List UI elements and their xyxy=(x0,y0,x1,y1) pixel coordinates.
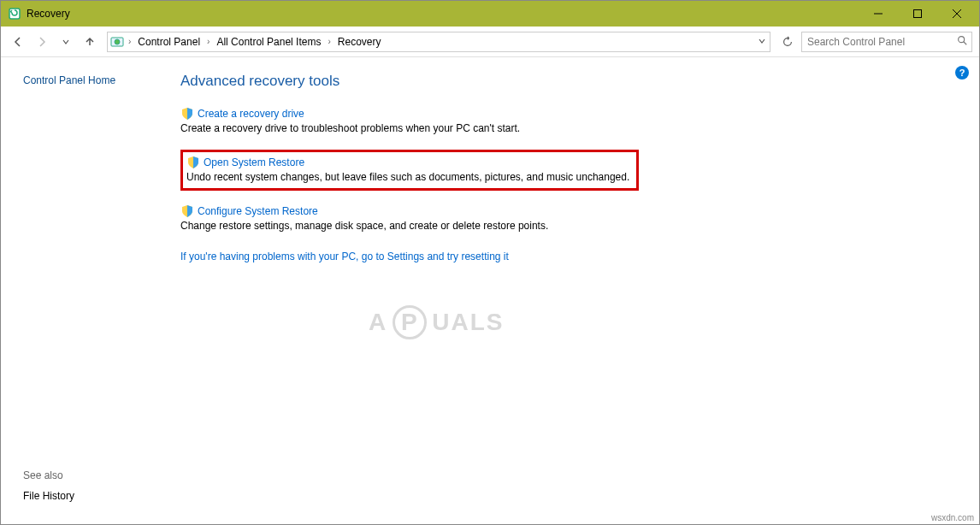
close-button[interactable] xyxy=(940,1,979,27)
see-also-heading: See also xyxy=(23,469,74,481)
tool-open-system-restore: Open System Restore Undo recent system c… xyxy=(180,150,639,191)
breadcrumb-dropdown[interactable] xyxy=(758,36,766,48)
tool-configure-system-restore: Configure System Restore Change restore … xyxy=(180,203,945,235)
titlebar: Recovery xyxy=(1,1,979,27)
tool-create-recovery-drive: Create a recovery drive Create a recover… xyxy=(180,105,945,138)
maximize-button[interactable] xyxy=(900,1,940,27)
sidebar: Control Panel Home See also File History xyxy=(1,57,180,524)
shield-icon xyxy=(186,156,200,169)
svg-point-4 xyxy=(959,37,965,43)
forward-button[interactable] xyxy=(32,32,52,52)
recent-locations-dropdown[interactable] xyxy=(56,32,76,52)
refresh-button[interactable] xyxy=(777,32,798,52)
back-button[interactable] xyxy=(8,32,28,52)
file-history-link[interactable]: File History xyxy=(23,490,74,502)
page-title: Advanced recovery tools xyxy=(180,73,945,90)
chevron-right-icon: › xyxy=(326,37,332,46)
minimize-button[interactable] xyxy=(861,1,900,27)
chevron-right-icon: › xyxy=(205,37,211,46)
attribution-text: wsxdn.com xyxy=(931,513,974,522)
up-button[interactable] xyxy=(80,32,100,52)
breadcrumb-item[interactable]: Control Panel xyxy=(133,32,205,51)
breadcrumb-item[interactable]: Recovery xyxy=(333,32,387,51)
control-panel-home-link[interactable]: Control Panel Home xyxy=(23,74,115,86)
search-icon xyxy=(956,34,968,49)
search-box[interactable] xyxy=(801,32,972,52)
see-also-section: See also File History xyxy=(23,469,74,502)
svg-point-3 xyxy=(115,39,120,44)
shield-icon xyxy=(180,204,194,218)
breadcrumb-item[interactable]: All Control Panel Items xyxy=(211,32,326,51)
breadcrumb[interactable]: › Control Panel › All Control Panel Item… xyxy=(107,32,770,52)
control-panel-icon xyxy=(109,34,125,50)
tool-description: Undo recent system changes, but leave fi… xyxy=(186,171,629,183)
chevron-right-icon: › xyxy=(127,37,133,46)
content-area: Control Panel Home See also File History… xyxy=(1,57,979,524)
search-input[interactable] xyxy=(806,35,956,49)
recovery-icon xyxy=(8,7,21,21)
toolbar: › Control Panel › All Control Panel Item… xyxy=(1,27,979,57)
reset-pc-link[interactable]: If you're having problems with your PC, … xyxy=(180,251,509,262)
main-panel: ? Advanced recovery tools Create a recov… xyxy=(180,57,979,524)
create-recovery-drive-link[interactable]: Create a recovery drive xyxy=(198,108,304,120)
svg-rect-1 xyxy=(914,10,922,18)
shield-icon xyxy=(180,107,194,121)
tool-description: Change restore settings, manage disk spa… xyxy=(180,220,945,232)
reset-pc-hint: If you're having problems with your PC, … xyxy=(180,251,945,262)
tool-description: Create a recovery drive to troubleshoot … xyxy=(180,122,945,134)
open-system-restore-link[interactable]: Open System Restore xyxy=(204,156,304,168)
configure-system-restore-link[interactable]: Configure System Restore xyxy=(198,205,318,217)
window-title: Recovery xyxy=(27,8,70,20)
help-icon[interactable]: ? xyxy=(955,66,969,80)
